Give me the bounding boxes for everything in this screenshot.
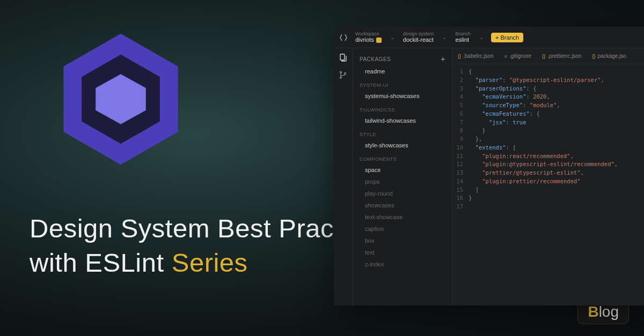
sidebar-group: SYSTEM-UI [353, 77, 452, 90]
line-number: 8 [452, 126, 469, 135]
file-type-icon: ≡ [504, 54, 507, 59]
code-line: 11 "plugin:react/recommended", [452, 152, 644, 161]
branch-selector[interactable]: Branch eslint [452, 31, 474, 43]
file-type-icon: {} [592, 54, 596, 59]
ide-window: Workspace divriots ⌄ design system docki… [334, 27, 644, 305]
workspace-icon [338, 32, 349, 43]
line-number: 7 [452, 118, 469, 127]
design-system-selector[interactable]: design system dockit-react [400, 31, 437, 43]
code-line: 4 "ecmaVersion": 2020, [452, 93, 644, 101]
packages-label: PACKAGES [360, 56, 391, 62]
editor-tab[interactable]: {}.babelrc.json [452, 48, 499, 64]
code-line: 10 "extends": [ [452, 144, 644, 152]
activity-rail [334, 48, 353, 305]
line-number: 9 [452, 135, 469, 144]
code-line: 14 "plugin:prettier/recommended" [452, 177, 644, 186]
sidebar-item[interactable]: text-showcase [353, 211, 452, 223]
code-line: 8 } [452, 126, 644, 135]
files-icon[interactable] [339, 54, 348, 63]
sidebar-item[interactable]: text [353, 247, 452, 258]
line-number: 3 [452, 85, 469, 93]
svg-rect-3 [340, 54, 345, 60]
code-line: 2 "parser": "@typescript-eslint/parser", [452, 76, 644, 85]
sidebar-item[interactable]: z-index [353, 258, 452, 270]
line-number: 5 [452, 101, 469, 110]
line-number: 14 [452, 177, 469, 186]
line-number: 16 [452, 194, 469, 203]
line-number: 17 [452, 203, 469, 211]
chevron-down-icon[interactable]: ⌄ [440, 34, 449, 40]
sidebar-group: TAILWINDCSS [353, 102, 452, 115]
code-area[interactable]: 1{2 "parser": "@typescript-eslint/parser… [452, 64, 644, 305]
verified-icon [376, 38, 382, 43]
eslint-logo [51, 29, 191, 169]
svg-point-5 [340, 77, 341, 79]
line-number: 2 [452, 76, 469, 85]
editor-tabs: {}.babelrc.json≡.gitignore{}.prettierrc.… [452, 48, 644, 64]
sidebar-item[interactable]: play-round [353, 188, 452, 199]
chevron-down-icon[interactable]: ⌄ [388, 34, 397, 40]
sidebar-item[interactable]: space [353, 164, 452, 176]
code-line: 13 "prettier/@typescript-eslint", [452, 169, 644, 177]
editor-tab[interactable]: {}.prettierrc.json [537, 48, 587, 64]
code-line: 7 "jsx": true [452, 118, 644, 127]
sidebar-item[interactable]: tailwind-showcases [353, 115, 452, 126]
new-branch-button[interactable]: + Branch [491, 33, 523, 42]
editor-tab[interactable]: ≡.gitignore [499, 48, 537, 64]
svg-point-6 [344, 73, 346, 74]
code-line: 17 [452, 203, 644, 211]
chevron-down-icon[interactable]: ⌄ [477, 34, 486, 40]
file-type-icon: {} [458, 54, 461, 59]
line-number: 12 [452, 160, 469, 169]
code-line: 6 "ecmaFeatures": { [452, 110, 644, 118]
code-line: 9 }, [452, 135, 644, 144]
branch-icon[interactable] [339, 71, 348, 80]
sidebar-group: STYLE [353, 126, 452, 139]
line-number: 4 [452, 93, 469, 101]
sidebar-item[interactable]: caption [353, 223, 452, 235]
code-line: 5 "sourceType": "module", [452, 101, 644, 110]
ide-header: Workspace divriots ⌄ design system docki… [334, 27, 644, 48]
packages-sidebar: PACKAGES + readmeSYSTEM-UIsystemui-showc… [353, 48, 452, 305]
sidebar-item[interactable]: box [353, 235, 452, 247]
line-number: 11 [452, 152, 469, 161]
code-line: 16} [452, 194, 644, 203]
sidebar-item[interactable]: style-showcases [353, 139, 452, 151]
svg-point-4 [340, 72, 341, 73]
sidebar-item[interactable]: props [353, 176, 452, 188]
line-number: 15 [452, 186, 469, 195]
line-number: 1 [452, 68, 469, 76]
code-line: 15 ] [452, 186, 644, 195]
code-line: 12 "plugin:@typescript-eslint/recommende… [452, 160, 644, 169]
editor-tab[interactable]: {}package.jso [587, 48, 632, 64]
sidebar-item[interactable]: systemui-showcases [353, 90, 452, 102]
add-package-button[interactable]: + [441, 55, 445, 63]
file-type-icon: {} [542, 54, 545, 59]
title-accent: Series [172, 248, 248, 277]
line-number: 10 [452, 144, 469, 152]
line-number: 13 [452, 169, 469, 177]
sidebar-item[interactable]: showcases [353, 199, 452, 211]
sidebar-item[interactable]: readme [353, 65, 452, 77]
code-line: 1{ [452, 68, 644, 76]
workspace-selector[interactable]: Workspace divriots [352, 31, 385, 43]
editor: {}.babelrc.json≡.gitignore{}.prettierrc.… [452, 48, 644, 305]
sidebar-group: COMPONENTS [353, 151, 452, 164]
line-number: 6 [452, 110, 469, 118]
code-line: 3 "parserOptions": { [452, 85, 644, 93]
